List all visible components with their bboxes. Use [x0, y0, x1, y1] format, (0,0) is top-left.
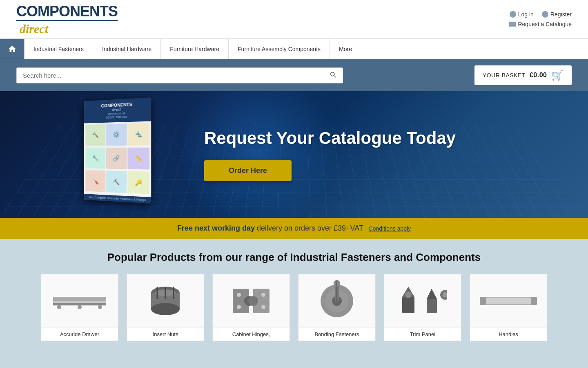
register-link[interactable]: Register	[542, 11, 572, 18]
book-cell: 🪛	[85, 171, 105, 192]
svg-point-19	[261, 293, 265, 297]
products-section-title: Popular Products from our range of Indus…	[16, 251, 572, 264]
nav-furniture-hardware[interactable]: Furniture Hardware	[161, 39, 229, 59]
product-label: Accuride Drawer	[41, 328, 118, 341]
catalogue-book: COMPONENTS direct comdir.co.uk01522 198 …	[84, 97, 151, 204]
site-header: COMPONENTS direct Log in Register Reques…	[0, 0, 588, 39]
product-label: Handles	[470, 328, 547, 341]
home-icon	[8, 45, 17, 54]
svg-rect-35	[531, 297, 537, 305]
book-cell: 🔗	[106, 148, 127, 169]
nav-industrial-fasteners[interactable]: Industrial Fasteners	[24, 39, 93, 59]
product-card[interactable]: Handles	[470, 274, 547, 341]
svg-rect-29	[427, 299, 437, 313]
logo[interactable]: COMPONENTS direct	[16, 3, 118, 36]
product-image	[213, 274, 290, 328]
basket-icon: 🛒	[551, 70, 564, 81]
header-links: Log in Register Request a Catalogue	[509, 11, 572, 27]
request-catalogue-link[interactable]: Request a Catalogue	[509, 21, 572, 27]
svg-point-18	[237, 305, 241, 309]
header-top-links: Log in Register	[510, 11, 572, 18]
nav-home-button[interactable]	[0, 39, 24, 59]
svg-rect-27	[402, 297, 414, 313]
product-label: Cabinet Hinges,	[213, 328, 290, 341]
logo-direct-text: direct	[20, 22, 118, 36]
catalogue-book-display: COMPONENTS direct comdir.co.uk01522 198 …	[82, 99, 163, 210]
svg-point-17	[237, 293, 241, 297]
search-input[interactable]	[17, 68, 323, 83]
login-link[interactable]: Log in	[510, 11, 534, 18]
product-label: Trim Panel	[384, 328, 461, 341]
product-image	[41, 274, 118, 328]
products-grid: Accuride DrawerInsert NutsCabinet Hinges…	[16, 274, 572, 341]
search-icon	[329, 71, 336, 78]
svg-rect-34	[480, 297, 486, 305]
search-button[interactable]	[323, 68, 343, 83]
promo-rest-text: delivery on orders over £39+VAT	[257, 224, 363, 232]
order-here-button[interactable]: Order Here	[204, 160, 292, 181]
conditions-link[interactable]: Conditions apply	[369, 225, 411, 232]
basket-widget[interactable]: YOUR BASKET £0.00 🛒	[474, 65, 572, 85]
search-bar: YOUR BASKET £0.00 🛒	[0, 59, 588, 91]
svg-point-28	[405, 292, 412, 298]
basket-amount: £0.00	[530, 72, 547, 79]
svg-point-16	[248, 296, 258, 306]
book-cell: 🔨	[85, 124, 105, 146]
main-nav: Industrial Fasteners Industrial Hardware…	[0, 39, 588, 59]
book-cell: 🔑	[128, 171, 149, 194]
basket-label: YOUR BASKET	[483, 72, 526, 79]
book-cell: 🔧	[85, 148, 105, 169]
product-card[interactable]: Insert Nuts	[127, 274, 204, 341]
hero-banner: COMPONENTS direct comdir.co.uk01522 198 …	[0, 91, 588, 218]
svg-point-3	[57, 305, 61, 309]
hero-title: Request Your Catalogue Today	[204, 128, 456, 148]
product-image	[384, 274, 461, 328]
register-icon	[542, 11, 548, 18]
book-header: COMPONENTS direct comdir.co.uk01522 198 …	[84, 97, 151, 123]
product-card[interactable]: Accuride Drawer	[41, 274, 118, 341]
book-cell: 🔩	[128, 123, 149, 146]
product-image	[298, 274, 375, 328]
book-cell: ⛏️	[106, 171, 127, 193]
product-image	[470, 274, 547, 328]
svg-point-5	[98, 305, 102, 309]
search-input-wrap	[16, 67, 343, 83]
svg-point-8	[151, 303, 180, 315]
products-section: Popular Products from our range of Indus…	[0, 239, 588, 353]
nav-industrial-hardware[interactable]: Industrial Hardware	[93, 39, 161, 59]
book-cell: ⚙️	[106, 123, 127, 146]
catalogue-icon	[509, 22, 516, 27]
hero-text-area: Request Your Catalogue Today Order Here	[204, 128, 456, 181]
svg-point-20	[261, 305, 265, 309]
svg-rect-33	[481, 298, 536, 304]
promo-bold-text: Free next working day	[177, 224, 255, 232]
promo-bar: Free next working day delivery on orders…	[0, 218, 588, 239]
book-cell: 📏	[128, 147, 149, 170]
logo-components-text: COMPONENTS	[16, 3, 118, 20]
svg-point-4	[78, 305, 82, 309]
user-icon	[510, 11, 516, 18]
product-label: Bonding Fasteners	[298, 328, 375, 341]
product-image	[127, 274, 204, 328]
product-card[interactable]: Cabinet Hinges,	[212, 274, 290, 341]
product-card[interactable]: Trim Panel	[384, 274, 461, 341]
book-grid: 🔨⚙️🔩🔧🔗📏🪛⛏️🔑	[84, 121, 151, 197]
product-card[interactable]: Bonding Fasteners	[298, 274, 376, 341]
product-label: Insert Nuts	[127, 328, 204, 341]
nav-more-button[interactable]: More	[330, 39, 361, 59]
nav-furniture-assembly[interactable]: Furniture Assembly Components	[229, 39, 330, 59]
